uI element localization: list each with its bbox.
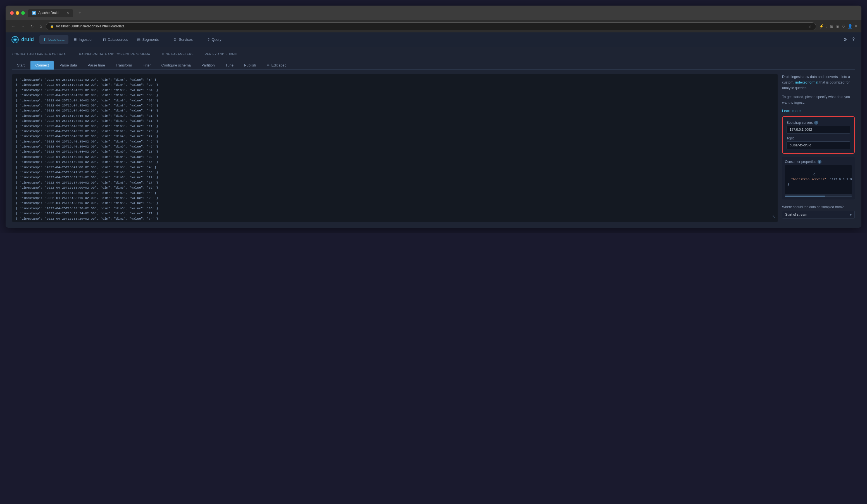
tab-parse-time[interactable]: Parse time (83, 61, 110, 69)
data-preview-line: { "timestamp": "2022-04-25T15:41:05+02:0… (15, 170, 774, 175)
wizard-section-connect-title: Connect and parse raw data (12, 53, 66, 56)
data-preview-line: { "timestamp": "2022-04-25T15:40:25+02:0… (15, 129, 774, 134)
browser-tab[interactable]: D Apache Druid ✕ (28, 9, 73, 17)
wizard-section-connect: Connect and parse raw data (12, 53, 66, 56)
profile-icon[interactable]: 👤 (848, 24, 853, 29)
consumer-props-editor[interactable]: { "bootstrap.servers": "127.0.0.1:9092 } (785, 165, 852, 194)
learn-more-link[interactable]: Learn more (782, 109, 855, 113)
consumer-props-label: Consumer properties i (785, 160, 852, 164)
url-text: localhost:8888/unified-console.html#load… (56, 24, 806, 28)
tab-start[interactable]: Start (12, 61, 29, 69)
edit-spec-icon: ✏ (267, 63, 270, 67)
nav-datasources-label: Datasources (108, 37, 128, 42)
data-preview-line: { "timestamp": "2022-04-25T16:38:10+02:0… (15, 195, 774, 201)
lock-icon: 🔒 (50, 24, 54, 28)
download-icon[interactable]: ↓ (826, 24, 828, 29)
consumer-props-section: Consumer properties i { "bootstrap.serve… (782, 157, 855, 200)
data-preview-line: { "timestamp": "2022-04-25T15:04:26+02:0… (15, 93, 774, 98)
tab-close-icon[interactable]: ✕ (66, 11, 69, 15)
load-data-icon: ⬆ (43, 37, 46, 42)
help-text: Druid ingests raw data and converts it i… (782, 74, 855, 91)
maximize-window-button[interactable] (21, 11, 25, 15)
back-button[interactable]: ← (10, 23, 17, 29)
tab-grid-icon[interactable]: ⊞ (830, 24, 834, 29)
data-preview-line: { "timestamp": "2022-04-25T15:04:40+02:0… (15, 108, 774, 113)
services-icon: ⚙ (173, 37, 177, 42)
nav-divider (166, 36, 166, 43)
tab-parse-data[interactable]: Parse data (55, 61, 82, 69)
minimize-window-button[interactable] (15, 11, 19, 15)
help-icon[interactable]: ? (851, 36, 856, 43)
home-button[interactable]: ⌂ (38, 23, 43, 29)
tab-configure-schema[interactable]: Configure schema (157, 61, 196, 69)
data-preview-line: { "timestamp": "2022-04-25T15:40:30+02:0… (15, 134, 774, 139)
segments-icon: ▤ (137, 37, 140, 42)
shield-icon[interactable]: 🛡 (842, 24, 845, 29)
nav-item-load-data[interactable]: ⬆ Load data (39, 35, 68, 44)
tab-publish[interactable]: Publish (239, 61, 261, 69)
consumer-props-scrollbar[interactable] (785, 195, 852, 197)
wizard-section-transform: Transform data and configure schema (77, 53, 150, 56)
topic-input[interactable] (786, 141, 850, 149)
extensions-icon[interactable]: ⚡ (819, 24, 824, 29)
data-preview-line: { "timestamp": "2022-04-25T16:38:24+02:0… (15, 211, 774, 216)
tab-edit-spec[interactable]: ✏ Edit spec (262, 61, 291, 69)
help-text-3: To get started, please specify what data… (782, 94, 855, 105)
new-tab-button[interactable]: + (76, 9, 83, 17)
indexed-format-link[interactable]: indexed format (795, 81, 818, 84)
nav-icons: ⚙ ? (842, 36, 856, 43)
refresh-button[interactable]: ↻ (29, 23, 35, 29)
bootstrap-servers-info-icon[interactable]: i (814, 121, 818, 125)
sample-from-section: Where should the data be sampled from? S… (782, 205, 855, 218)
browser-addressbar: ← → ↻ ⌂ 🔒 localhost:8888/unified-console… (6, 20, 861, 32)
tab-connect[interactable]: Connect (30, 61, 53, 69)
tab-transform[interactable]: Transform (111, 61, 137, 69)
nav-item-ingestion[interactable]: ☰ Ingestion (69, 35, 97, 44)
data-preview-line: { "timestamp": "2022-04-25T15:04:16+02:0… (15, 83, 774, 87)
resize-handle-icon[interactable]: ⤡ (772, 214, 775, 220)
consumer-props-info-icon[interactable]: i (817, 160, 822, 164)
tab-title: Apache Druid (38, 11, 58, 15)
nav-item-services[interactable]: ⚙ Services (170, 35, 197, 44)
sample-from-select[interactable]: Start of stream End of stream (782, 211, 855, 218)
top-nav: druid ⬆ Load data ☰ Ingestion ◧ Datasour… (6, 32, 861, 47)
tab-partition[interactable]: Partition (197, 61, 220, 69)
split-icon[interactable]: ▣ (836, 24, 839, 29)
nav-item-datasources[interactable]: ◧ Datasources (99, 35, 132, 44)
wizard-header: Connect and parse raw data Transform dat… (12, 53, 855, 56)
forward-button[interactable]: → (20, 23, 26, 29)
data-preview: { "timestamp": "2022-04-25T15:04:11+02:0… (12, 74, 778, 222)
wizard-section-tune: Tune parameters (161, 53, 194, 56)
bottom-actions: Apply Next: Parse data → (782, 222, 855, 222)
browser-titlebar: D Apache Druid ✕ + (6, 6, 861, 20)
nav-divider-2 (200, 36, 200, 43)
data-preview-line: { "timestamp": "2022-04-25T16:38:05+02:0… (15, 191, 774, 195)
content-area: { "timestamp": "2022-04-25T15:04:11+02:0… (12, 74, 855, 222)
nav-item-segments[interactable]: ▤ Segments (133, 35, 163, 44)
data-preview-line: { "timestamp": "2022-04-25T15:40:44+02:0… (15, 149, 774, 154)
druid-logo: druid (11, 36, 34, 44)
sample-from-select-wrapper: Start of stream End of stream ▼ (782, 211, 855, 218)
close-window-button[interactable] (10, 11, 14, 15)
tab-filter[interactable]: Filter (138, 61, 156, 69)
nav-item-query[interactable]: ? Query (204, 35, 225, 44)
logo-text: druid (21, 36, 34, 42)
query-icon: ? (207, 37, 210, 42)
nav-load-data-label: Load data (48, 37, 65, 42)
settings-icon[interactable]: ⚙ (842, 36, 848, 43)
data-preview-line: { "timestamp": "2022-04-25T15:04:11+02:0… (15, 77, 774, 83)
data-preview-line: { "timestamp": "2022-04-25T15:41:00+02:0… (15, 165, 774, 170)
address-bar[interactable]: 🔒 localhost:8888/unified-console.html#lo… (46, 22, 816, 30)
wizard-section-verify-title: Verify and submit (205, 53, 238, 56)
nav-ingestion-label: Ingestion (79, 37, 94, 42)
data-preview-line: { "timestamp": "2022-04-25T15:40:51+02:0… (15, 154, 774, 160)
wizard-section-tune-title: Tune parameters (161, 53, 194, 56)
browser-actions: ⚡ ↓ ⊞ ▣ 🛡 👤 ≡ (819, 24, 857, 29)
tab-tune[interactable]: Tune (221, 61, 238, 69)
data-preview-line: { "timestamp": "2022-04-25T15:40:55+02:0… (15, 160, 774, 164)
bootstrap-servers-input[interactable] (786, 126, 850, 133)
data-preview-line: { "timestamp": "2022-04-25T16:37:51+02:0… (15, 175, 774, 180)
bookmark-icon[interactable]: ☆ (809, 24, 812, 29)
menu-icon[interactable]: ≡ (855, 24, 857, 29)
sample-from-label: Where should the data be sampled from? (782, 205, 855, 209)
